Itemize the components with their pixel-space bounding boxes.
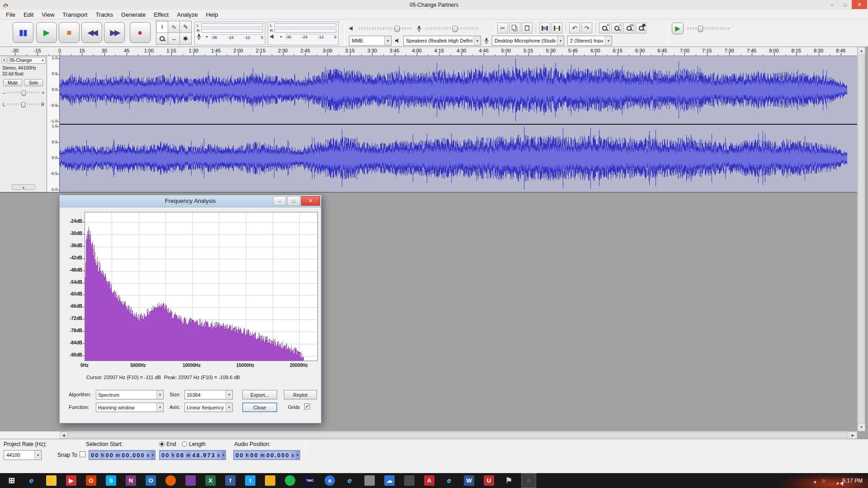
snap-to-checkbox[interactable]: [80, 451, 85, 457]
tray-flag-icon[interactable]: ⚐: [821, 477, 826, 485]
dialog-close-button[interactable]: ✕: [301, 196, 320, 206]
dialog-minimize-button[interactable]: –: [273, 196, 286, 206]
taskbar-edge-icon[interactable]: e: [323, 474, 337, 488]
taskbar-facebook-icon[interactable]: f: [223, 474, 237, 488]
chevron-down-icon[interactable]: ▾: [34, 450, 41, 460]
taskbar-ie-icon[interactable]: e: [24, 474, 38, 488]
gain-thumb[interactable]: [22, 90, 26, 96]
project-rate-select[interactable]: 44100 ▾: [4, 450, 42, 460]
taskbar-outlook-icon[interactable]: O: [144, 474, 158, 488]
chevron-down-icon[interactable]: ▾: [156, 390, 163, 399]
tray-expand-icon[interactable]: ▴: [814, 477, 816, 485]
meter-menu-arrow[interactable]: ▾: [278, 34, 283, 39]
start-button[interactable]: ⊞: [5, 474, 19, 488]
input-volume-thumb[interactable]: [453, 26, 458, 32]
replot-button[interactable]: Replot: [284, 390, 317, 399]
play-speed-slider[interactable]: [688, 28, 731, 30]
redo-button[interactable]: ↷: [581, 23, 592, 33]
track-name-menu[interactable]: 05-Change ▾: [8, 57, 46, 64]
taskbar-weather-icon[interactable]: TWC: [303, 474, 317, 488]
chevron-down-icon[interactable]: ▾: [384, 36, 391, 45]
fit-project-button[interactable]: ▣: [636, 23, 646, 33]
pan-slider[interactable]: [7, 103, 40, 105]
horizontal-scroll-thumb[interactable]: [68, 432, 848, 438]
taskbar-onenote-icon[interactable]: N: [124, 474, 138, 488]
selection-end-field[interactable]: 00h08m48.973s▾: [159, 450, 226, 460]
function-select[interactable]: Hanning window ▾: [96, 403, 164, 412]
taskbar-media-player-icon[interactable]: ▶: [64, 474, 78, 488]
chevron-down-icon[interactable]: ▾: [605, 36, 612, 45]
playback-device-select[interactable]: Speakers (Realtek High Definit ▾: [403, 36, 481, 46]
menu-analyze[interactable]: Analyze: [173, 11, 202, 19]
time-field-arrow[interactable]: ▾: [151, 450, 155, 460]
time-field-arrow[interactable]: ▾: [296, 450, 299, 460]
menu-tracks[interactable]: Tracks: [91, 11, 117, 19]
vertical-scroll-thumb[interactable]: [858, 55, 864, 423]
track-close-button[interactable]: ×: [1, 57, 7, 63]
meter-menu-arrow[interactable]: ▾: [204, 34, 209, 40]
pan-thumb[interactable]: [21, 102, 25, 108]
draw-tool[interactable]: ✎: [179, 21, 192, 33]
chevron-down-icon[interactable]: ▾: [557, 36, 564, 45]
taskbar-adobe-icon[interactable]: A: [422, 474, 436, 488]
close-dialog-button[interactable]: Close: [242, 403, 277, 412]
scroll-left-button[interactable]: ◀: [60, 432, 67, 439]
zoom-in-button[interactable]: +: [599, 23, 610, 33]
menu-transport[interactable]: Transport: [58, 11, 91, 19]
input-volume-slider[interactable]: [426, 28, 479, 30]
playback-meter[interactable]: L R ▾ -36-24-120: [268, 22, 339, 45]
taskbar-notes-icon[interactable]: [263, 474, 277, 488]
cut-button[interactable]: ✂: [497, 23, 508, 33]
taskbar-utorrent-icon[interactable]: U: [482, 474, 496, 488]
selection-tool[interactable]: I: [156, 21, 168, 33]
vertical-scrollbar[interactable]: ▲ ▼: [857, 47, 865, 431]
taskbar-onedrive-icon[interactable]: ☁: [382, 474, 396, 488]
dialog-title-bar[interactable]: Frequency Analysis – □ ✕: [60, 195, 321, 207]
recording-device-select[interactable]: Desktop Microphone (Studio - ▾: [492, 36, 564, 46]
gain-slider[interactable]: [7, 92, 41, 94]
recording-meter[interactable]: L R ▾ -36-24-120: [194, 22, 265, 45]
fit-selection-button[interactable]: ▭: [623, 23, 634, 33]
multi-tool[interactable]: ✱: [179, 33, 192, 45]
menu-file[interactable]: File: [2, 11, 19, 19]
rewind-button[interactable]: ◀◀: [81, 22, 102, 43]
solo-button[interactable]: Solo: [24, 79, 43, 86]
chevron-down-icon[interactable]: ▾: [156, 403, 163, 412]
taskbar-settings-icon[interactable]: [363, 474, 377, 488]
scroll-up-button[interactable]: ▲: [858, 47, 865, 54]
waveform-canvas[interactable]: [60, 56, 857, 192]
forward-button[interactable]: ▶▶: [104, 22, 125, 43]
size-select[interactable]: 16384 ▾: [184, 390, 233, 399]
export-button[interactable]: Export...: [242, 390, 277, 399]
horizontal-scrollbar[interactable]: ◀ ▶: [0, 431, 857, 439]
timeline-ruler[interactable]: -30-1501530451:001:151:301:452:002:152:3…: [0, 47, 857, 56]
dialog-maximize-button[interactable]: □: [287, 196, 300, 206]
recording-channels-select[interactable]: 2 (Stereo) Input C ▾: [567, 36, 612, 46]
end-radio[interactable]: [159, 441, 165, 447]
play-at-speed-button[interactable]: ▶: [672, 23, 684, 34]
taskbar-audacity-icon[interactable]: ∩: [522, 474, 536, 488]
spectrum-plot[interactable]: [85, 212, 317, 361]
axis-select[interactable]: Linear frequency ▾: [184, 403, 233, 412]
taskbar-photos-icon[interactable]: [402, 474, 416, 488]
audio-position-field[interactable]: 00h00m00.000s▾: [233, 450, 300, 460]
stop-button[interactable]: ■: [59, 22, 80, 43]
taskbar-ie2-icon[interactable]: e: [343, 474, 357, 488]
grids-checkbox[interactable]: ✓: [304, 404, 310, 409]
taskbar-spotify-icon[interactable]: [283, 474, 297, 488]
pause-button[interactable]: ▮▮: [13, 22, 33, 43]
taskbar-skype-icon[interactable]: S: [104, 474, 118, 488]
taskbar-firefox-icon[interactable]: [164, 474, 178, 488]
taskbar-flag-icon[interactable]: ⚑: [502, 474, 516, 488]
undo-button[interactable]: ↶: [569, 23, 580, 33]
copy-button[interactable]: [509, 23, 520, 33]
taskbar-ie3-icon[interactable]: e: [442, 474, 456, 488]
menu-view[interactable]: View: [38, 11, 58, 19]
timeshift-tool[interactable]: ↔: [168, 33, 180, 45]
audio-host-select[interactable]: MME ▾: [349, 36, 392, 46]
track-collapse-button[interactable]: ▲: [12, 184, 35, 190]
play-button[interactable]: ▶: [36, 22, 57, 43]
taskbar-excel-icon[interactable]: X: [203, 474, 217, 488]
menu-help[interactable]: Help: [202, 11, 222, 19]
taskbar-twitter-icon[interactable]: t: [243, 474, 257, 488]
